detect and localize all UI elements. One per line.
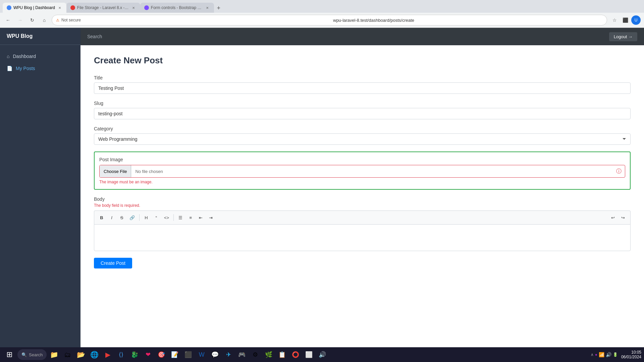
tray-volume-icon[interactable]: 🔊 xyxy=(606,352,611,357)
taskbar-folder-icon[interactable]: 📂 xyxy=(75,349,87,361)
tray-battery-icon[interactable]: 🔋 xyxy=(613,352,618,357)
tray-up-icon[interactable]: ∧ xyxy=(591,352,594,357)
taskbar-app7-icon[interactable]: 🐉 xyxy=(128,349,141,361)
app-layout: WPU Blog ⌂ Dashboard 📄 My Posts Logout →… xyxy=(0,28,644,362)
indent-button[interactable]: ⇥ xyxy=(206,213,215,222)
link-button[interactable]: 🔗 xyxy=(127,213,137,222)
post-image-section: Post Image Choose File No file chosen ⓘ … xyxy=(94,152,631,190)
taskbar-app9-icon[interactable]: 🎯 xyxy=(155,349,167,361)
browser-actions: ☆ ⬛ U xyxy=(610,15,641,25)
sidebar-item-dashboard[interactable]: ⌂ Dashboard xyxy=(0,50,80,62)
url-bar[interactable]: ⚠ Not secure wpu-laravel-8.test/dashboar… xyxy=(52,15,607,25)
tray-color1: ● xyxy=(595,352,597,357)
page-content: Create New Post Title Slug Category Web … xyxy=(80,45,644,279)
sidebar-brand: WPU Blog xyxy=(0,28,80,45)
taskbar-activity-icon[interactable]: ⚙ xyxy=(249,349,261,361)
quote-button[interactable]: “ xyxy=(152,213,161,222)
taskbar-terminal-icon[interactable]: ⬛ xyxy=(182,349,194,361)
taskbar: ⊞ 🔍 Search 📁 🗂 📂 🌐 ▶ ⟨⟩ 🐉 ❤ 🎯 📝 ⬛ W 💬 ✈ … xyxy=(0,347,644,362)
ordered-list-button[interactable]: ≡ xyxy=(186,213,195,222)
back-button[interactable]: ← xyxy=(3,15,13,25)
main-content: Create New Post Title Slug Category Web … xyxy=(80,45,644,362)
strikethrough-button[interactable]: S xyxy=(117,213,126,222)
unordered-list-button[interactable]: ☰ xyxy=(176,213,185,222)
start-button[interactable]: ⊞ xyxy=(3,348,16,361)
category-select[interactable]: Web Programming Mobile Development Data … xyxy=(94,133,631,145)
taskbar-search[interactable]: 🔍 Search xyxy=(17,349,47,360)
taskbar-discord-icon[interactable]: 🎮 xyxy=(236,349,248,361)
taskbar-game-icon[interactable]: 🌿 xyxy=(263,349,275,361)
sidebar-item-label-dashboard: Dashboard xyxy=(13,54,36,59)
sidebar: WPU Blog ⌂ Dashboard 📄 My Posts xyxy=(0,28,80,362)
document-icon: 📄 xyxy=(7,66,12,71)
taskbar-right: ∧ ● 📶 🔊 🔋 10:05 06/01/2024 xyxy=(591,350,641,359)
new-tab-button[interactable]: + xyxy=(214,3,223,13)
choose-file-button[interactable]: Choose File xyxy=(100,165,131,177)
slug-input[interactable] xyxy=(94,108,631,119)
taskbar-vscode-icon[interactable]: ⟨⟩ xyxy=(115,349,127,361)
tray-wifi-icon[interactable]: 📶 xyxy=(599,352,604,357)
taskbar-explorer-icon[interactable]: 🗂 xyxy=(61,349,73,361)
title-label: Title xyxy=(94,75,631,80)
bold-button[interactable]: B xyxy=(97,213,106,222)
browser-tab-1[interactable]: WPU Blog | Dashboard ✕ xyxy=(3,3,66,13)
url-text: wpu-laravel-8.test/dashboard/posts/creat… xyxy=(333,18,603,23)
taskbar-telegram-icon[interactable]: ✈ xyxy=(222,349,234,361)
taskbar-chat-icon[interactable]: 💬 xyxy=(209,349,221,361)
extensions-button[interactable]: ⬛ xyxy=(621,15,630,25)
category-form-group: Category Web Programming Mobile Developm… xyxy=(94,126,631,145)
tab-title-3: Form controls - Bootstrap v5.3 xyxy=(151,5,203,10)
editor-toolbar: B I S 🔗 H “ <> ☰ ≡ ⇤ ⇥ xyxy=(94,210,631,224)
taskbar-notes-icon[interactable]: 📋 xyxy=(276,349,288,361)
body-label: Body xyxy=(94,196,631,202)
file-input-wrapper: Choose File No file chosen ⓘ xyxy=(99,165,625,178)
page-title: Create New Post xyxy=(94,55,631,66)
toolbar-separator-1 xyxy=(139,214,140,221)
taskbar-word-icon[interactable]: W xyxy=(196,349,208,361)
taskbar-chrome-icon[interactable]: 🌐 xyxy=(88,349,100,361)
taskbar-youtube-icon[interactable]: ▶ xyxy=(102,349,114,361)
taskbar-notion2-icon[interactable]: ⬜ xyxy=(303,349,315,361)
not-secure-label: Not secure xyxy=(61,18,331,22)
toolbar-separator-2 xyxy=(173,214,174,221)
file-error-icon: ⓘ xyxy=(613,168,625,175)
code-button[interactable]: <> xyxy=(162,213,171,222)
reload-button[interactable]: ↻ xyxy=(28,15,37,25)
heading-button[interactable]: H xyxy=(142,213,151,222)
title-input[interactable] xyxy=(94,82,631,94)
home-button[interactable]: ⌂ xyxy=(40,15,49,25)
bookmark-button[interactable]: ☆ xyxy=(610,15,619,25)
taskbar-media-icon[interactable]: ⭕ xyxy=(289,349,302,361)
logout-button[interactable]: Logout → xyxy=(609,32,637,41)
taskbar-search-label: Search xyxy=(29,352,43,357)
slug-label: Slug xyxy=(94,101,631,106)
taskbar-notion-icon[interactable]: 📝 xyxy=(169,349,181,361)
tab-close-2[interactable]: ✕ xyxy=(131,5,136,10)
create-post-button[interactable]: Create Post xyxy=(94,258,132,268)
tab-favicon-1 xyxy=(7,5,11,10)
browser-chrome: WPU Blog | Dashboard ✕ File Storage - La… xyxy=(0,0,644,28)
forward-button[interactable]: → xyxy=(15,15,25,25)
redo-button[interactable]: ↪ xyxy=(618,213,628,222)
search-input[interactable] xyxy=(87,32,146,41)
tab-close-1[interactable]: ✕ xyxy=(57,5,62,10)
sidebar-item-my-posts[interactable]: 📄 My Posts xyxy=(0,62,80,74)
browser-tab-3[interactable]: Form controls - Bootstrap v5.3 ✕ xyxy=(140,3,214,13)
profile-button[interactable]: U xyxy=(631,15,641,25)
category-label: Category xyxy=(94,126,631,131)
outdent-button[interactable]: ⇤ xyxy=(196,213,205,222)
undo-button[interactable]: ↩ xyxy=(608,213,618,222)
browser-tabs: WPU Blog | Dashboard ✕ File Storage - La… xyxy=(0,0,644,13)
italic-button[interactable]: I xyxy=(107,213,116,222)
slug-form-group: Slug xyxy=(94,101,631,119)
tab-close-3[interactable]: ✕ xyxy=(205,5,210,10)
tray-icons: ∧ ● 📶 🔊 🔋 xyxy=(591,352,618,357)
taskbar-files-icon[interactable]: 📁 xyxy=(48,349,60,361)
title-form-group: Title xyxy=(94,75,631,94)
taskbar-app8-icon[interactable]: ❤ xyxy=(142,349,154,361)
editor-area[interactable] xyxy=(94,224,631,251)
taskbar-vlc-icon[interactable]: 🔊 xyxy=(316,349,328,361)
browser-tab-2[interactable]: File Storage - Laravel 8.x - The... ✕ xyxy=(66,3,140,13)
tab-title-2: File Storage - Laravel 8.x - The... xyxy=(77,5,129,10)
taskbar-clock: 10:05 06/01/2024 xyxy=(621,350,641,359)
